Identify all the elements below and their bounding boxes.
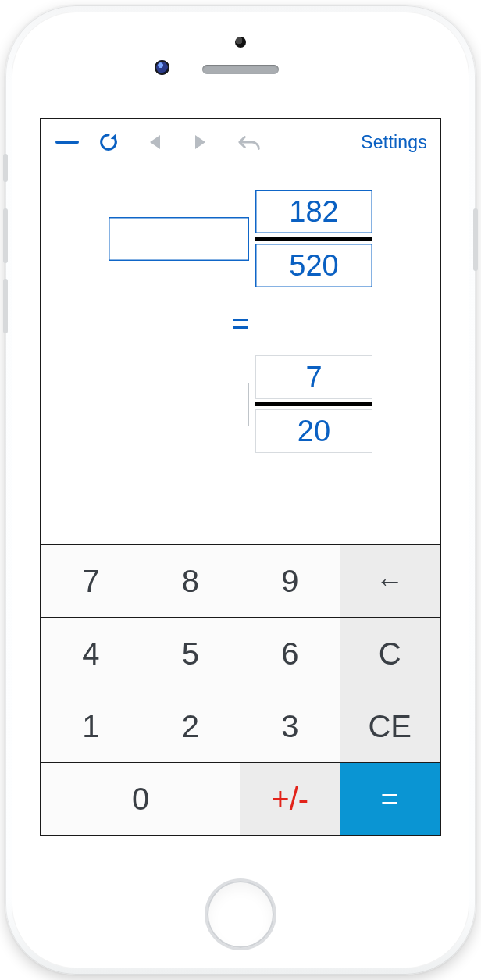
settings-link[interactable]: Settings bbox=[361, 119, 432, 165]
key-plus-minus[interactable]: +/- bbox=[241, 762, 340, 835]
key-clear[interactable]: C bbox=[340, 617, 440, 690]
keypad: 7 8 9 ← 4 5 6 C 1 2 3 CE 0 +/- = bbox=[41, 544, 440, 835]
menu-button[interactable] bbox=[49, 119, 85, 165]
fraction-bar bbox=[255, 237, 372, 241]
triangle-right-icon bbox=[195, 135, 205, 149]
home-button[interactable] bbox=[207, 881, 274, 948]
key-3[interactable]: 3 bbox=[241, 690, 340, 762]
fraction-display: 182 520 = 7 20 bbox=[41, 165, 440, 547]
prev-button[interactable] bbox=[132, 119, 177, 165]
key-2[interactable]: 2 bbox=[141, 690, 241, 762]
input-denominator-field[interactable]: 520 bbox=[255, 244, 372, 287]
key-0[interactable]: 0 bbox=[41, 762, 241, 835]
key-backspace[interactable]: ← bbox=[340, 544, 440, 617]
key-5[interactable]: 5 bbox=[141, 617, 241, 690]
hamburger-icon bbox=[55, 141, 79, 144]
key-1[interactable]: 1 bbox=[41, 690, 141, 762]
reload-button[interactable] bbox=[85, 119, 132, 165]
power-button bbox=[473, 208, 478, 271]
result-whole-field bbox=[109, 383, 249, 426]
earpiece-speaker bbox=[202, 65, 279, 74]
result-fraction-row: 7 20 bbox=[41, 355, 440, 453]
front-camera-icon bbox=[155, 60, 169, 75]
input-whole-field[interactable] bbox=[109, 217, 249, 261]
equals-sign: = bbox=[41, 306, 440, 341]
input-numerator-field[interactable]: 182 bbox=[255, 190, 372, 233]
input-fraction-row: 182 520 bbox=[41, 190, 440, 287]
result-fraction: 7 20 bbox=[255, 355, 372, 453]
phone-frame: Settings 182 520 = 7 bbox=[5, 5, 476, 975]
top-toolbar: Settings bbox=[41, 119, 440, 165]
reload-icon bbox=[98, 131, 119, 153]
fraction-bar bbox=[255, 402, 372, 406]
input-fraction: 182 520 bbox=[255, 190, 372, 287]
result-denominator: 20 bbox=[255, 409, 372, 453]
volume-down bbox=[3, 279, 8, 333]
key-equals[interactable]: = bbox=[340, 762, 440, 835]
undo-button[interactable] bbox=[223, 119, 277, 165]
key-clear-entry[interactable]: CE bbox=[340, 690, 440, 762]
proximity-sensor bbox=[235, 37, 246, 48]
next-button[interactable] bbox=[177, 119, 223, 165]
key-7[interactable]: 7 bbox=[41, 544, 141, 617]
mute-switch bbox=[3, 154, 8, 182]
key-8[interactable]: 8 bbox=[141, 544, 241, 617]
key-4[interactable]: 4 bbox=[41, 617, 141, 690]
app-screen: Settings 182 520 = 7 bbox=[40, 118, 441, 836]
result-numerator: 7 bbox=[255, 355, 372, 399]
key-6[interactable]: 6 bbox=[241, 617, 340, 690]
undo-icon bbox=[237, 130, 263, 154]
triangle-left-icon bbox=[150, 135, 160, 149]
key-9[interactable]: 9 bbox=[241, 544, 340, 617]
volume-up bbox=[3, 208, 8, 263]
